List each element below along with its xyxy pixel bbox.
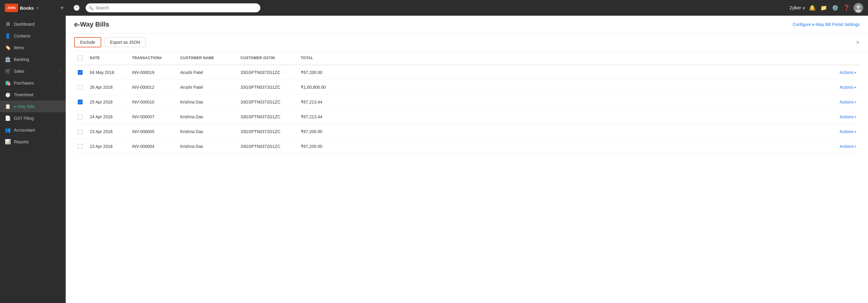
actions-label-0: Actions [840,70,854,75]
contacts-icon: 👤 [5,33,11,38]
table-row: 04 May 2018 INV-000019 Arushi Patel 33GS… [74,65,860,80]
row-customer-gstin-0: 33GSPTN0372G1ZC [237,65,297,80]
row-checkbox-cell [74,80,86,95]
topnav: ZOHO Books ∨ + 🕐 🔍 Zylker ∨ 🔔 📁 ⚙️ ❓ [0,0,868,16]
row-customer-name-1: Arushi Patel [177,80,237,95]
actions-chevron-icon-0: ▾ [855,71,856,74]
row-checkbox-0[interactable] [78,70,83,75]
row-customer-gstin-4: 33GSPTN0372G1ZC [237,125,297,139]
notifications-icon[interactable]: 🔔 [808,3,817,12]
sidebar-label-timesheet: Timesheet [14,92,61,97]
row-actions-cell-3: Actions ▾ [345,110,860,125]
table-row: 23 Apr 2018 INV-000004 Krishna Das 33GSP… [74,139,860,154]
avatar[interactable] [854,3,863,13]
sidebar-item-contacts[interactable]: 👤 Contacts [0,30,66,42]
header-customer-gstin: CUSTOMER GSTIN [237,51,297,65]
arrow-icon-purchases: › [60,81,61,85]
actions-button-0[interactable]: Actions ▾ [840,70,856,75]
sidebar-item-gst-filing[interactable]: 📄 GST Filing [0,112,66,124]
configure-link[interactable]: Configure e-Way Bill Portal Settings [793,22,860,27]
table-header: DATE TRANSACTION# CUSTOMER NAME CUSTOMER… [74,51,860,65]
sidebar-item-banking[interactable]: 🏦 Banking [0,53,66,65]
eway-bills-table: DATE TRANSACTION# CUSTOMER NAME CUSTOMER… [74,51,860,154]
actions-button-2[interactable]: Actions ▾ [840,100,856,104]
actions-label-5: Actions [840,144,854,149]
search-icon: 🔍 [89,6,93,10]
sidebar-label-accountant: Accountant [14,128,57,133]
folder-icon[interactable]: 📁 [819,3,828,12]
actions-label-2: Actions [840,100,854,104]
sidebar-item-purchases[interactable]: 🛍️ Purchases › [0,77,66,89]
row-actions-cell-4: Actions ▾ [345,125,860,139]
sidebar-label-reports: Reports [14,139,61,144]
table-row: 26 Apr 2018 INV-000012 Arushi Patel 33GS… [74,80,860,95]
header-date: DATE [86,51,128,65]
row-checkbox-cell [74,110,86,125]
dashboard-icon: ⊞ [5,21,11,27]
actions-button-3[interactable]: Actions ▾ [840,114,856,119]
history-icon: 🕐 [73,4,80,11]
row-checkbox-4[interactable] [78,129,83,134]
org-selector[interactable]: Zylker ∨ [789,5,805,10]
select-all-checkbox[interactable] [78,56,83,60]
actions-chevron-icon-1: ▾ [855,86,856,89]
sidebar-item-eway-bills[interactable]: 📋 e-Way Bills [0,101,66,112]
org-name-text: Zylker [789,5,801,10]
sidebar-label-contacts: Contacts [14,33,61,38]
close-button[interactable]: × [856,39,860,46]
row-actions-cell-5: Actions ▾ [345,139,860,154]
sidebar-label-eway-bills: e-Way Bills [14,104,61,109]
row-actions-cell-0: Actions ▾ [345,65,860,80]
actions-button-1[interactable]: Actions ▾ [840,85,856,90]
header-total: TOTAL [297,51,345,65]
search-input[interactable] [86,3,260,12]
header-checkbox-col [74,51,86,65]
row-customer-gstin-2: 33GSPTN0372G1ZC [237,95,297,110]
row-customer-name-3: Krishna Das [177,110,237,125]
row-transaction-2: INV-000010 [128,95,177,110]
org-chevron-icon: ∨ [802,5,805,10]
actions-button-4[interactable]: Actions ▾ [840,129,856,134]
sidebar-item-dashboard[interactable]: ⊞ Dashboard [0,18,66,30]
actions-button-5[interactable]: Actions ▾ [840,144,856,149]
settings-icon[interactable]: ⚙️ [831,3,840,12]
sidebar-item-sales[interactable]: 🛒 Sales › [0,65,66,77]
actions-chevron-icon-4: ▾ [855,130,856,133]
row-checkbox-3[interactable] [78,114,83,119]
sidebar-item-timesheet[interactable]: ⏱️ Timesheet [0,89,66,101]
row-checkbox-cell [74,95,86,110]
help-icon[interactable]: ❓ [842,3,851,12]
row-date-4: 23 Apr 2018 [86,125,128,139]
row-date-5: 23 Apr 2018 [86,139,128,154]
table-wrap: DATE TRANSACTION# CUSTOMER NAME CUSTOMER… [66,51,868,303]
add-button[interactable]: + [57,2,67,13]
search-bar: 🔍 [86,3,260,12]
accountant-icon: 👥 [5,127,11,133]
sidebar-item-reports[interactable]: 📊 Reports [0,136,66,147]
row-transaction-5: INV-000004 [128,139,177,154]
exclude-button[interactable]: Exclude [74,37,101,47]
header-customer-name: CUSTOMER NAME [177,51,237,65]
export-json-button[interactable]: Export as JSON [104,37,146,47]
actions-chevron-icon-2: ▾ [855,101,856,104]
sidebar-label-items: Items [14,45,61,50]
history-button[interactable]: 🕐 [71,2,82,13]
header-actions [345,51,860,65]
row-checkbox-1[interactable] [78,85,83,90]
row-customer-gstin-3: 33GSPTN0372G1ZC [237,110,297,125]
sales-icon: 🛒 [5,68,11,74]
row-checkbox-5[interactable] [78,144,83,149]
logo-area[interactable]: ZOHO Books ∨ [5,4,53,12]
row-date-0: 04 May 2018 [86,65,128,80]
row-transaction-3: INV-000007 [128,110,177,125]
row-transaction-0: INV-000019 [128,65,177,80]
sidebar-item-accountant[interactable]: 👥 Accountant › [0,124,66,136]
row-customer-name-0: Arushi Patel [177,65,237,80]
row-transaction-1: INV-000012 [128,80,177,95]
sidebar-item-items[interactable]: 🏷️ Items [0,42,66,53]
items-icon: 🏷️ [5,45,11,50]
zoho-text: ZOHO [7,6,16,10]
row-checkbox-2[interactable] [78,100,83,104]
row-date-3: 24 Apr 2018 [86,110,128,125]
row-total-0: ₹67,200.00 [297,65,345,80]
